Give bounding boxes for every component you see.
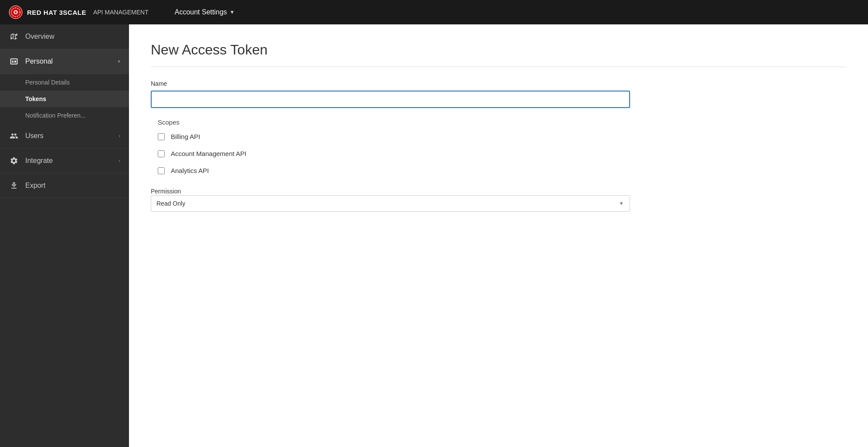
- name-label: Name: [151, 80, 846, 87]
- scopes-form-group: Scopes Billing API Account Management AP…: [151, 119, 846, 174]
- scopes-checkbox-group: Billing API Account Management API Analy…: [158, 133, 846, 174]
- map-icon: [9, 31, 19, 42]
- account-settings-dropdown[interactable]: Account Settings ▼: [175, 8, 235, 16]
- account-management-api-checkbox-item[interactable]: Account Management API: [158, 150, 846, 157]
- sidebar: Overview Personal ▾ Personal Details Tok…: [0, 24, 129, 447]
- billing-api-label: Billing API: [171, 133, 200, 140]
- account-management-api-checkbox[interactable]: [158, 150, 165, 157]
- logo-area: RED HAT 3SCALE API MANAGEMENT: [9, 5, 149, 19]
- sidebar-item-users[interactable]: Users ›: [0, 124, 129, 149]
- scopes-label: Scopes: [158, 119, 846, 126]
- chevron-down-icon: ▼: [230, 9, 235, 15]
- brand-name: RED HAT 3SCALE: [27, 9, 86, 16]
- billing-api-checkbox-item[interactable]: Billing API: [158, 133, 846, 140]
- billing-api-checkbox[interactable]: [158, 133, 165, 140]
- main-layout: Overview Personal ▾ Personal Details Tok…: [0, 24, 868, 447]
- divider: [151, 67, 846, 67]
- page-title: New Access Token: [151, 42, 846, 58]
- sidebar-item-personal[interactable]: Personal ▾: [0, 49, 129, 74]
- chevron-right-icon: ›: [119, 158, 120, 164]
- name-form-group: Name: [151, 80, 846, 108]
- sidebar-item-export[interactable]: Export: [0, 173, 129, 198]
- sidebar-item-overview[interactable]: Overview: [0, 24, 129, 49]
- sidebar-item-personal-label: Personal: [25, 58, 112, 65]
- chevron-down-icon: ▾: [118, 58, 120, 64]
- analytics-api-checkbox-item[interactable]: Analytics API: [158, 167, 846, 174]
- sidebar-item-integrate-label: Integrate: [25, 157, 112, 165]
- permission-select[interactable]: Read Only Read/Write: [151, 195, 630, 212]
- sidebar-item-overview-label: Overview: [25, 33, 120, 41]
- permission-select-wrapper: Read Only Read/Write ▼: [151, 195, 630, 212]
- permission-label: Permission: [151, 188, 181, 195]
- export-icon: [9, 180, 19, 191]
- redhat-logo-icon: [9, 5, 23, 19]
- sidebar-sub-item-personal-details[interactable]: Personal Details: [0, 74, 129, 91]
- sidebar-sub-item-tokens[interactable]: Tokens: [0, 91, 129, 107]
- chevron-right-icon: ›: [119, 133, 120, 139]
- analytics-api-label: Analytics API: [171, 167, 209, 174]
- analytics-api-checkbox[interactable]: [158, 167, 165, 174]
- sidebar-item-users-label: Users: [25, 132, 112, 140]
- top-nav: RED HAT 3SCALE API MANAGEMENT Account Se…: [0, 0, 868, 24]
- account-settings-label: Account Settings: [175, 8, 227, 16]
- sidebar-item-export-label: Export: [25, 182, 120, 190]
- permission-form-group: Permission Read Only Read/Write ▼: [151, 187, 846, 212]
- sidebar-item-integrate[interactable]: Integrate ›: [0, 149, 129, 173]
- id-card-icon: [9, 56, 19, 67]
- account-management-api-label: Account Management API: [171, 150, 246, 157]
- svg-point-3: [15, 11, 17, 13]
- content-area: New Access Token Name Scopes Billing API…: [129, 24, 868, 447]
- users-icon: [9, 131, 19, 141]
- name-input[interactable]: [151, 91, 630, 108]
- sidebar-sub-item-notification-preferences[interactable]: Notification Preferen...: [0, 107, 129, 124]
- api-management-label: API MANAGEMENT: [93, 9, 149, 16]
- gear-icon: [9, 156, 19, 166]
